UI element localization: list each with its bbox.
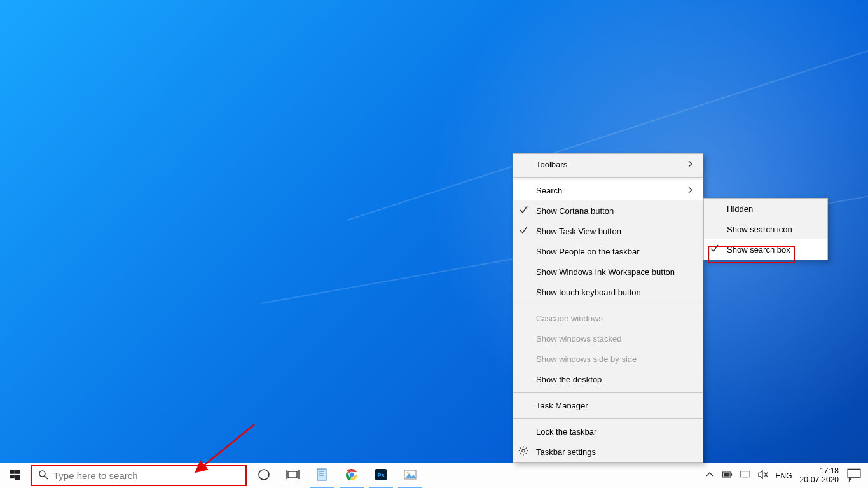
screen-icon[interactable] (740, 470, 750, 482)
menu-stacked-label: Show windows stacked (536, 334, 621, 344)
menu-separator (513, 305, 703, 305)
svg-rect-10 (10, 470, 15, 474)
chrome-icon (345, 468, 359, 484)
svg-rect-35 (740, 471, 749, 477)
svg-rect-12 (10, 475, 15, 478)
menu-task-manager[interactable]: Task Manager (513, 395, 703, 415)
menu-show-people-label: Show People on the taskbar (536, 247, 640, 256)
svg-rect-34 (723, 473, 729, 476)
svg-rect-20 (317, 469, 326, 480)
svg-line-8 (526, 447, 527, 449)
menu-toolbars-label: Toolbars (536, 160, 567, 169)
chevron-right-icon (673, 160, 692, 169)
svg-rect-39 (848, 469, 860, 477)
gear-icon (518, 446, 528, 458)
submenu-hidden[interactable]: Hidden (704, 199, 827, 219)
svg-point-1 (522, 449, 525, 452)
start-button[interactable] (0, 463, 31, 488)
tray-overflow-icon[interactable] (705, 470, 715, 482)
check-icon (520, 206, 528, 216)
check-icon (710, 244, 719, 254)
submenu-hidden-label: Hidden (727, 204, 753, 214)
cortana-button[interactable] (249, 463, 279, 488)
action-center-button[interactable] (843, 468, 865, 484)
menu-separator (513, 392, 703, 393)
menu-show-people[interactable]: Show People on the taskbar (513, 241, 703, 261)
menu-show-ink-label: Show Windows Ink Workspace button (536, 267, 675, 277)
submenu-show-box[interactable]: Show search box (704, 239, 827, 260)
battery-icon[interactable] (722, 470, 733, 482)
image-viewer-icon (403, 468, 417, 484)
search-input[interactable] (53, 470, 239, 481)
menu-show-taskview-label: Show Task View button (536, 227, 621, 236)
chevron-right-icon (673, 186, 692, 195)
menu-show-cortana-label: Show Cortana button (536, 206, 614, 216)
check-icon (520, 226, 528, 236)
svg-text:Ps: Ps (377, 472, 384, 478)
task-view-button[interactable] (279, 463, 308, 488)
svg-line-7 (526, 453, 527, 454)
menu-search[interactable]: Search (513, 180, 703, 200)
svg-line-6 (520, 447, 521, 449)
action-center-icon (847, 468, 861, 484)
clock-time: 17:18 (800, 467, 839, 476)
taskbar-app-imageviewer[interactable] (396, 463, 425, 488)
search-icon (38, 470, 48, 482)
svg-line-9 (520, 453, 521, 454)
menu-task-manager-label: Task Manager (536, 401, 588, 410)
svg-rect-33 (731, 473, 732, 476)
menu-cascade: Cascade windows (513, 308, 703, 328)
taskbar-app-photoshop[interactable]: Ps (366, 463, 396, 488)
svg-rect-13 (15, 475, 20, 480)
menu-taskbar-settings-label: Taskbar settings (536, 447, 596, 457)
task-view-icon (286, 468, 300, 484)
taskbar-context-menu: Toolbars Search Show Cortana button Show… (513, 153, 703, 463)
taskbar[interactable]: Ps (0, 463, 868, 488)
notepad-icon (315, 468, 329, 484)
menu-separator (513, 177, 703, 178)
svg-point-31 (406, 471, 408, 473)
menu-show-desktop-label: Show the desktop (536, 375, 602, 384)
submenu-show-box-label: Show search box (727, 245, 790, 254)
taskbar-clock[interactable]: 17:18 20-07-2020 (796, 467, 843, 485)
start-icon (10, 470, 20, 482)
menu-sidebyside: Show windows side by side (513, 349, 703, 369)
svg-point-14 (39, 471, 45, 477)
taskbar-app-chrome[interactable] (337, 463, 366, 488)
menu-show-taskview[interactable]: Show Task View button (513, 221, 703, 241)
submenu-show-icon[interactable]: Show search icon (704, 219, 827, 239)
submenu-show-icon-label: Show search icon (727, 225, 792, 234)
svg-point-16 (259, 470, 269, 480)
menu-show-touchkb-label: Show touch keyboard button (536, 288, 641, 297)
search-submenu: Hidden Show search icon Show search box (703, 198, 828, 260)
menu-separator (513, 418, 703, 419)
menu-lock-taskbar[interactable]: Lock the taskbar (513, 421, 703, 442)
volume-mute-icon[interactable] (758, 470, 768, 482)
taskbar-search-box[interactable] (31, 465, 247, 486)
clock-date: 20-07-2020 (800, 476, 839, 485)
menu-show-desktop[interactable]: Show the desktop (513, 369, 703, 389)
svg-rect-11 (15, 470, 20, 474)
menu-show-touchkb[interactable]: Show touch keyboard button (513, 282, 703, 302)
svg-rect-17 (288, 471, 297, 478)
menu-show-ink[interactable]: Show Windows Ink Workspace button (513, 261, 703, 282)
menu-toolbars[interactable]: Toolbars (513, 154, 703, 174)
menu-sidebyside-label: Show windows side by side (536, 354, 637, 364)
menu-lock-taskbar-label: Lock the taskbar (536, 427, 596, 436)
menu-cascade-label: Cascade windows (536, 314, 603, 323)
menu-taskbar-settings[interactable]: Taskbar settings (513, 442, 703, 462)
menu-stacked: Show windows stacked (513, 328, 703, 349)
language-indicator[interactable]: ENG (776, 471, 792, 480)
taskbar-app-notepad[interactable] (308, 463, 337, 488)
menu-show-cortana[interactable]: Show Cortana button (513, 200, 703, 221)
photoshop-icon: Ps (374, 468, 388, 484)
svg-line-15 (45, 476, 48, 479)
cortana-icon (257, 468, 271, 484)
menu-search-label: Search (536, 186, 562, 195)
